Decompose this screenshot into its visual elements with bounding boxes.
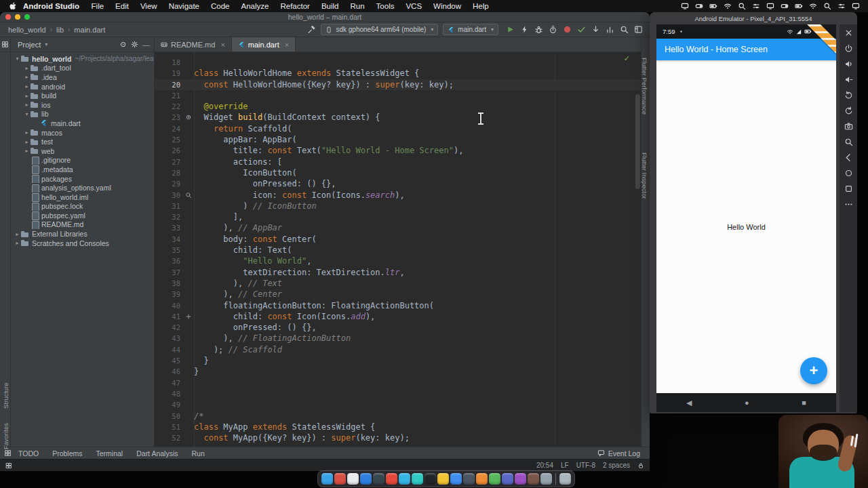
menu-run[interactable]: Run — [344, 2, 370, 10]
code-line-50[interactable]: 50/* — [155, 411, 641, 422]
tree-item-web[interactable]: ▸web — [11, 146, 154, 156]
menubar-status-icon[interactable] — [795, 2, 803, 10]
menubar-status-icon[interactable] — [738, 2, 746, 10]
close-window-button[interactable] — [5, 14, 11, 20]
emulator-rotate-right-button[interactable] — [844, 106, 853, 115]
code-line-38[interactable]: 38 ), // Text — [155, 278, 641, 289]
code-line-40[interactable]: 40 floatingActionButton: FloatingActionB… — [155, 300, 641, 311]
dock-app-icon[interactable] — [373, 473, 384, 485]
quick-access-icon[interactable] — [5, 462, 12, 469]
code-line-37[interactable]: 37 textDirection: TextDirection.ltr, — [155, 267, 641, 278]
emulator-overview-button[interactable] — [844, 184, 853, 193]
code-line-45[interactable]: 45 } — [155, 355, 641, 366]
menu-navigate[interactable]: Navigate — [163, 2, 205, 10]
code-line-19[interactable]: 19class HelloWorldHome extends Stateless… — [155, 68, 641, 79]
code-line-27[interactable]: 27 actions: [ — [155, 157, 641, 167]
code-line-31[interactable]: 31 ) // IconButton — [155, 201, 641, 211]
menubar-status-icon[interactable] — [752, 2, 760, 10]
menu-app-name[interactable]: Android Studio — [17, 2, 85, 10]
android-home-button[interactable]: ● — [745, 399, 749, 407]
menu-refactor[interactable]: Refactor — [275, 2, 315, 10]
tool-tab-flutter-inspector[interactable]: Flutter Inspector — [641, 152, 648, 199]
menubar-status-icon[interactable] — [724, 2, 732, 10]
breadcrumb-hello_world[interactable]: hello_world — [7, 26, 47, 34]
tree-expand-icon[interactable]: ▾ — [23, 111, 31, 117]
tool-windows-icon[interactable] — [4, 449, 12, 457]
tree-item-android[interactable]: ▸android — [11, 82, 154, 92]
tree-item-test[interactable]: ▸test — [11, 137, 154, 146]
apply-changes-button[interactable] — [520, 25, 529, 34]
code-line-20[interactable]: 20 const HelloWorldHome({Key? key}) : su… — [155, 79, 641, 90]
dock-app-icon[interactable] — [360, 473, 372, 485]
tree-item-hello-world.iml[interactable]: hello_world.iml — [11, 192, 154, 202]
fab-button[interactable]: + — [800, 357, 827, 384]
tree-item-.metadata[interactable]: .metadata — [11, 165, 154, 174]
tree-item-macos[interactable]: ▸macos — [11, 128, 154, 138]
menu-analyze[interactable]: Analyze — [235, 2, 275, 10]
menubar-status-icon[interactable] — [709, 2, 717, 10]
stop-button[interactable] — [563, 25, 572, 34]
gear-icon[interactable] — [131, 41, 138, 48]
code-line-21[interactable]: 21 — [155, 90, 641, 101]
maximize-window-button[interactable] — [24, 14, 30, 20]
locate-file-icon[interactable] — [119, 41, 127, 48]
emulator-back-button[interactable] — [844, 153, 853, 162]
search-gutter-icon[interactable] — [183, 190, 194, 201]
git-update-button[interactable] — [591, 25, 600, 34]
project-tool-icon[interactable] — [1, 41, 9, 48]
dock-app-icon[interactable] — [412, 473, 423, 485]
dock-app-icon[interactable] — [515, 473, 526, 485]
tree-expand-icon[interactable]: ▸ — [23, 102, 31, 108]
tree-item-packages[interactable]: packages — [11, 174, 154, 184]
breadcrumb-main.dart[interactable]: main.dart — [73, 26, 106, 34]
close-tab-icon[interactable]: × — [285, 41, 289, 49]
tree-item-ios[interactable]: ▸ios — [11, 100, 154, 110]
android-back-button[interactable]: ◀ — [686, 399, 692, 407]
lock-icon[interactable] — [637, 462, 644, 469]
code-line-29[interactable]: 29 onPressed: () {}, — [155, 178, 641, 189]
menubar-status-icon[interactable] — [781, 2, 789, 10]
code-line-22[interactable]: 22 @override — [155, 101, 641, 112]
code-line-26[interactable]: 26 title: const Text("Hello World - Home… — [155, 145, 641, 156]
android-overview-button[interactable]: ■ — [802, 399, 806, 407]
menubar-status-icon[interactable] — [837, 2, 846, 10]
tree-expand-icon[interactable]: ▸ — [14, 231, 21, 237]
tree-item-analysis-options.yaml[interactable]: analysis_options.yaml — [11, 183, 154, 192]
code-line-44[interactable]: 44 ); // Scaffold — [155, 344, 641, 355]
dock-app-icon[interactable] — [540, 473, 552, 485]
debug-button[interactable] — [534, 25, 543, 34]
dock-app-icon[interactable] — [347, 473, 359, 485]
tree-item-scratches-and-consoles[interactable]: ▸Scratches and Consoles — [11, 239, 154, 248]
breadcrumb-lib[interactable]: lib — [55, 26, 65, 34]
dock-app-icon[interactable] — [476, 473, 488, 485]
close-tab-icon[interactable]: × — [220, 41, 224, 49]
menubar-status-icon[interactable] — [809, 2, 817, 10]
editor-scrollbar[interactable] — [635, 94, 640, 189]
menubar-status-icon[interactable] — [823, 2, 831, 10]
code-line-25[interactable]: 25 appBar: AppBar( — [155, 134, 641, 145]
tree-expand-icon[interactable]: ▸ — [23, 83, 31, 89]
emulator-home-button[interactable] — [844, 169, 853, 178]
tree-expand-icon[interactable]: ▸ — [23, 93, 31, 99]
code-line-51[interactable]: 51class MyApp extends StatelessWidget { — [155, 422, 641, 432]
editor-tab-README.md[interactable]: README.md× — [155, 37, 232, 52]
code-line-52[interactable]: 52 const MyApp({Key? key}) : super(key: … — [155, 432, 641, 443]
toolwindow-tab-terminal[interactable]: Terminal — [90, 449, 130, 458]
toolwindow-tab-todo[interactable]: TODO — [12, 449, 45, 458]
code-line-30[interactable]: 30 icon: const Icon(Icons.search), — [155, 190, 641, 201]
run-button[interactable] — [506, 25, 515, 34]
tool-tab-favorites[interactable]: Favorites — [2, 423, 9, 449]
code-line-28[interactable]: 28 IconButton( — [155, 167, 641, 178]
tree-expand-icon[interactable]: ▸ — [23, 139, 31, 145]
minimize-window-button[interactable] — [15, 14, 20, 20]
toolwindow-tab-run[interactable]: Run — [184, 449, 211, 458]
hide-panel-icon[interactable]: — — [142, 41, 150, 49]
menu-build[interactable]: Build — [315, 2, 344, 10]
tree-expand-icon[interactable]: ▸ — [23, 65, 31, 71]
emulator-screenshot-button[interactable] — [844, 122, 853, 131]
tree-item-external-libraries[interactable]: ▸External Libraries — [11, 229, 154, 239]
dock-app-icon[interactable] — [489, 473, 500, 485]
emulator-power-button[interactable] — [844, 44, 853, 53]
code-line-35[interactable]: 35 child: Text( — [155, 245, 641, 256]
tree-item-hello-world[interactable]: ▾hello_world~/Projects/alpha/sagar/learn… — [11, 54, 154, 64]
